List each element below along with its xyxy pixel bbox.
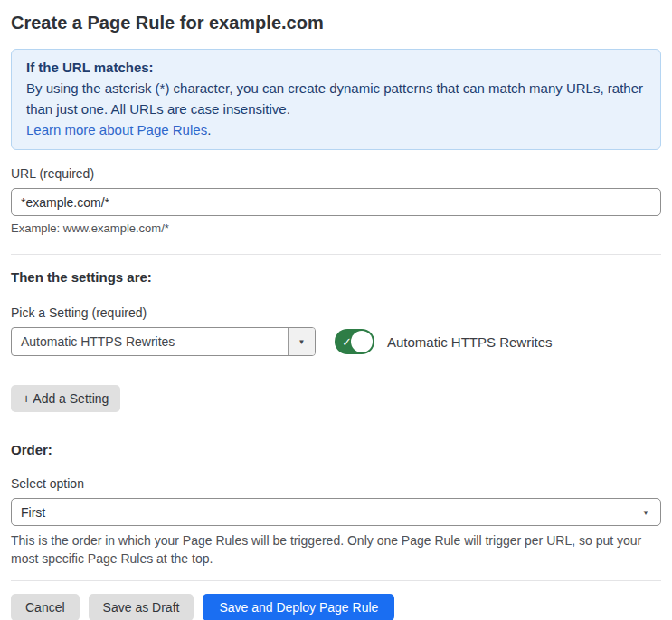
url-field-label: URL (required) — [11, 166, 661, 182]
order-section-heading: Order: — [11, 442, 661, 458]
divider — [11, 254, 661, 255]
settings-section-heading: Then the settings are: — [11, 269, 661, 286]
add-setting-button[interactable]: + Add a Setting — [11, 385, 120, 412]
info-box-link-line: Learn more about Page Rules. — [26, 119, 646, 140]
order-select[interactable]: First ▼ — [11, 498, 661, 526]
page-title: Create a Page Rule for example.com — [11, 12, 661, 33]
chevron-down-icon: ▼ — [642, 508, 649, 516]
toggle-knob — [351, 331, 373, 352]
automatic-https-rewrites-toggle[interactable]: ✓ — [335, 329, 374, 354]
order-help-text: This is the order in which your Page Rul… — [11, 531, 651, 568]
order-select-value: First — [12, 505, 54, 520]
setting-select-value: Automatic HTTPS Rewrites — [12, 334, 288, 349]
toggle-label: Automatic HTTPS Rewrites — [387, 334, 553, 350]
pick-setting-label: Pick a Setting (required) — [11, 305, 661, 321]
setting-select-arrow-button[interactable]: ▼ — [288, 328, 315, 355]
url-example-hint: Example: www.example.com/* — [11, 221, 661, 236]
cancel-button[interactable]: Cancel — [11, 594, 80, 620]
footer-actions: Cancel Save as Draft Save and Deploy Pag… — [11, 594, 661, 620]
setting-select[interactable]: Automatic HTTPS Rewrites ▼ — [11, 327, 316, 356]
setting-row: Automatic HTTPS Rewrites ▼ ✓ Automatic H… — [11, 327, 661, 356]
info-box-body: By using the asterisk (*) character, you… — [26, 78, 646, 119]
save-as-draft-button[interactable]: Save as Draft — [89, 594, 194, 620]
url-input[interactable] — [11, 188, 661, 216]
link-suffix: . — [207, 122, 211, 137]
divider — [11, 427, 661, 427]
save-and-deploy-button[interactable]: Save and Deploy Page Rule — [203, 594, 394, 620]
learn-more-link[interactable]: Learn more about Page Rules — [26, 122, 207, 137]
info-box-heading: If the URL matches: — [26, 57, 646, 78]
order-select-label: Select option — [11, 476, 661, 492]
create-page-rule-panel: Create a Page Rule for example.com If th… — [0, 0, 672, 620]
divider — [11, 580, 661, 581]
chevron-down-icon: ▼ — [298, 338, 306, 346]
url-matches-info-box: If the URL matches: By using the asteris… — [11, 49, 661, 150]
